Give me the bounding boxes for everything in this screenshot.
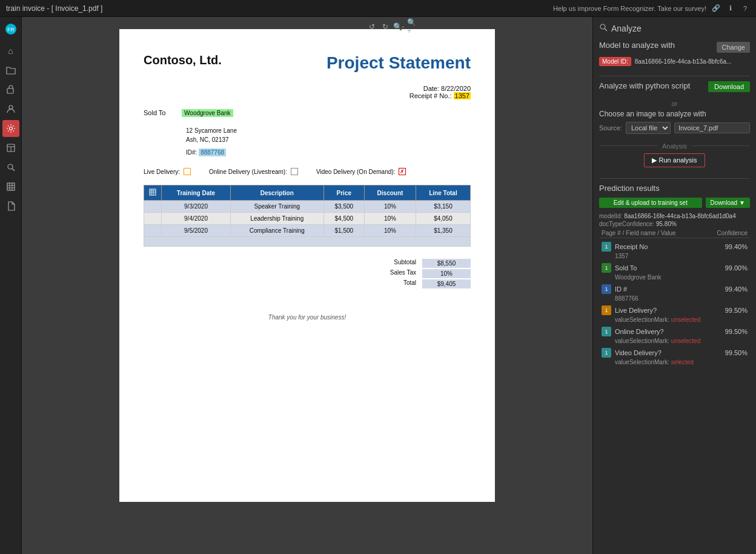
row2-desc: Leadership Training xyxy=(231,213,324,225)
receipt-no-page-badge: 1 xyxy=(602,242,611,252)
tag-sidebar-icon[interactable] xyxy=(2,81,19,98)
sold-to-field: Sold To xyxy=(615,264,725,272)
analysis-divider: Analysis xyxy=(599,142,750,150)
row1-icon xyxy=(144,201,162,213)
table-header-date: Training Date xyxy=(162,185,231,201)
id-value: 8887766 xyxy=(599,295,750,302)
home-sidebar-icon[interactable]: ⌂ xyxy=(2,42,19,59)
doc-header: Contoso, Ltd. Project Statement xyxy=(144,53,471,73)
model-id-value: 8aa16866-16fe-44ca-b13a-8bfc6a... xyxy=(635,58,750,65)
app-logo: FR xyxy=(2,21,19,38)
table-header-desc: Description xyxy=(231,185,324,201)
date-label: Date: xyxy=(423,85,439,92)
person-sidebar-icon[interactable] xyxy=(2,101,19,118)
zoom-out-icon[interactable]: 🔍- xyxy=(394,22,403,32)
receipt-val: 1357 xyxy=(454,92,471,99)
model-info-confidence: docTypeConfidence: 95.80% xyxy=(599,221,750,227)
source-select[interactable]: Local file xyxy=(626,122,671,134)
svg-line-9 xyxy=(12,169,15,171)
row2-icon xyxy=(144,213,162,225)
result-sold-to: 1 Sold To 99.00% Woodgrove Bank xyxy=(599,261,750,281)
results-table-header: Page # / Field name / Value Confidence xyxy=(599,229,750,238)
row1-date: 9/3/2020 xyxy=(162,201,231,213)
choose-image-title: Choose an image to analyze with xyxy=(599,110,750,118)
result-online-delivery: 1 Online Delivery? 99.50% valueSelection… xyxy=(599,324,750,344)
id-confidence: 99.40% xyxy=(725,285,748,293)
row1-discount: 10% xyxy=(365,201,416,213)
id-val: 8887768 xyxy=(199,149,226,156)
analysis-line-left xyxy=(599,145,657,146)
svg-point-4 xyxy=(9,127,12,130)
receipt-no-confidence: 99.40% xyxy=(725,243,748,250)
download-dd-label: Download xyxy=(711,199,737,206)
sold-to-value: Woodgrove Bank xyxy=(599,274,750,281)
tax-label: Sales Tax xyxy=(380,269,416,278)
receipt-label: Receipt # No.: xyxy=(409,92,452,99)
python-section: Analyze with python script Download xyxy=(599,81,750,93)
online-delivery-confidence: 99.50% xyxy=(725,328,748,335)
tax-val: 10% xyxy=(422,269,471,278)
analysis-label: Analysis xyxy=(662,142,687,150)
table-sidebar-icon[interactable] xyxy=(2,178,19,195)
row3-discount: 10% xyxy=(365,225,416,237)
receipt-no-value: 1357 xyxy=(599,253,750,259)
doc-sold-to: Sold To Woodgrove Bank xyxy=(144,109,471,116)
doc-title: Project Statement xyxy=(327,53,471,73)
table-header-discount: Discount xyxy=(365,185,416,201)
zoom-in-icon[interactable]: 🔍+ xyxy=(407,22,417,32)
tax-row: Sales Tax 10% xyxy=(380,269,471,278)
live-delivery-field: Live Delivery? xyxy=(615,307,725,314)
change-model-button[interactable]: Change xyxy=(717,42,750,53)
layout-sidebar-icon[interactable] xyxy=(2,139,19,156)
table-row: 9/3/2020 Speaker Training $3,500 10% $3,… xyxy=(144,201,471,213)
live-delivery-page-badge: 1 xyxy=(602,305,611,315)
python-download-button[interactable]: Download xyxy=(708,81,750,92)
help-icon[interactable]: ? xyxy=(740,4,750,13)
address-line2: Ash, NC, 02137 xyxy=(186,135,471,144)
total-row: Total $9,405 xyxy=(380,279,471,289)
info-icon[interactable]: ℹ xyxy=(726,4,735,13)
result-receipt-no: 1 Receipt No 99.40% 1357 xyxy=(599,239,750,259)
analyze-sidebar-icon[interactable] xyxy=(2,159,19,176)
python-title: Analyze with python script xyxy=(599,81,690,92)
receipt-no-field: Receipt No xyxy=(615,243,725,250)
video-delivery-label: Video Delivery (On Demand): xyxy=(316,169,395,175)
live-delivery-checkbox xyxy=(184,168,191,175)
video-delivery-item: Video Delivery (On Demand): ✗ xyxy=(316,168,406,175)
main-layout: FR ⌂ ↺ ↻ 🔍- xyxy=(0,17,756,554)
folder-sidebar-icon[interactable] xyxy=(2,62,19,79)
choose-image-section: Choose an image to analyze with Source: … xyxy=(599,110,750,138)
edit-upload-button[interactable]: Edit & upload to training set xyxy=(599,198,702,208)
video-delivery-field: Video Delivery? xyxy=(615,349,725,356)
source-file-input[interactable] xyxy=(674,122,750,133)
top-bar: train invoice - [ Invoice_1.pdf ] Help u… xyxy=(0,0,756,17)
subtotal-val: $8,550 xyxy=(422,259,471,268)
model-section-header: Model to analyze with Change xyxy=(599,41,750,53)
result-live-delivery: 1 Live Delivery? 99.50% valueSelectionMa… xyxy=(599,303,750,323)
redo-icon[interactable]: ↻ xyxy=(380,22,390,32)
total-val: $9,405 xyxy=(422,279,471,289)
svg-point-8 xyxy=(8,164,13,169)
run-analysis-button[interactable]: ▶ Run analysis xyxy=(644,153,705,167)
analysis-line-right xyxy=(692,145,750,146)
live-delivery-confidence: 99.50% xyxy=(725,307,748,314)
row1-total: $3,150 xyxy=(416,201,470,213)
row3-desc: Compliance Training xyxy=(231,225,324,237)
doc-type-confidence-val: 95.80% xyxy=(656,221,677,227)
training-table: Training Date Description Price Discount… xyxy=(144,185,471,247)
doc-thanks: Thank you for your business! xyxy=(144,314,471,321)
doc-company: Contoso, Ltd. xyxy=(144,53,222,67)
undo-icon[interactable]: ↺ xyxy=(367,22,377,32)
external-link-icon[interactable]: 🔗 xyxy=(711,4,721,13)
settings-sidebar-icon[interactable] xyxy=(2,120,19,137)
viewer-toolbar: ↺ ↻ 🔍- 🔍+ xyxy=(367,22,417,32)
svg-rect-2 xyxy=(7,88,13,93)
svg-line-21 xyxy=(605,28,607,31)
download-dropdown-button[interactable]: Download ▼ xyxy=(706,198,750,208)
row3-total: $1,350 xyxy=(416,225,470,237)
live-delivery-value: valueSelectionMark: unselected xyxy=(599,316,750,323)
left-sidebar: FR ⌂ xyxy=(0,17,22,554)
document-sidebar-icon[interactable] xyxy=(2,198,19,215)
svg-text:FR: FR xyxy=(7,27,15,33)
sold-to-label: Sold To xyxy=(144,109,180,116)
